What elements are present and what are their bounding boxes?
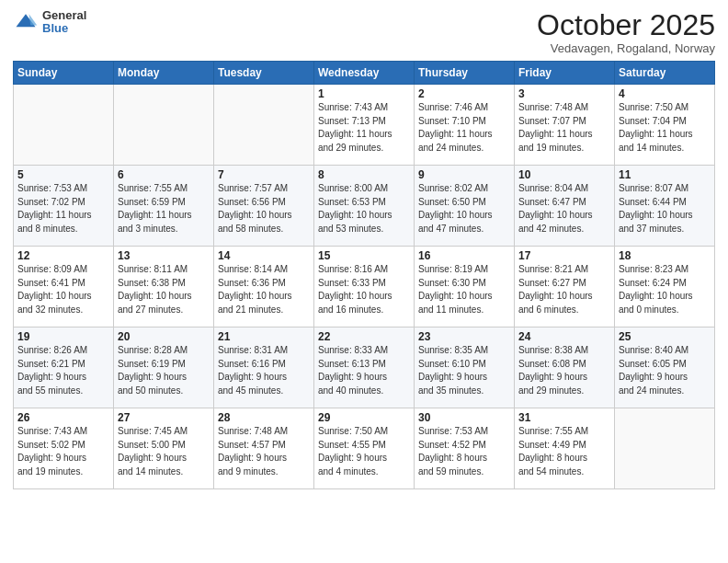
month-title: October 2025	[537, 9, 715, 41]
day-cell: 19Sunrise: 8:26 AM Sunset: 6:21 PM Dayli…	[14, 327, 114, 408]
day-number: 19	[17, 330, 109, 343]
day-number: 3	[518, 87, 610, 100]
day-number: 12	[17, 249, 109, 262]
day-cell: 11Sunrise: 8:07 AM Sunset: 6:44 PM Dayli…	[615, 166, 715, 247]
day-info: Sunrise: 7:43 AM Sunset: 5:02 PM Dayligh…	[17, 425, 109, 478]
day-cell	[615, 408, 715, 489]
day-info: Sunrise: 7:53 AM Sunset: 7:02 PM Dayligh…	[17, 182, 109, 236]
day-info: Sunrise: 8:26 AM Sunset: 6:21 PM Dayligh…	[17, 344, 109, 397]
col-header-monday: Monday	[114, 62, 214, 85]
day-number: 18	[619, 249, 711, 262]
day-number: 6	[118, 168, 210, 181]
day-info: Sunrise: 7:57 AM Sunset: 6:56 PM Dayligh…	[218, 182, 310, 236]
day-number: 1	[318, 87, 410, 100]
day-number: 26	[17, 411, 109, 424]
day-cell	[114, 85, 214, 166]
day-cell: 1Sunrise: 7:43 AM Sunset: 7:13 PM Daylig…	[314, 85, 415, 166]
week-row-2: 5Sunrise: 7:53 AM Sunset: 7:02 PM Daylig…	[14, 166, 715, 247]
day-info: Sunrise: 7:53 AM Sunset: 4:52 PM Dayligh…	[418, 425, 510, 478]
day-number: 2	[418, 87, 510, 100]
day-info: Sunrise: 8:14 AM Sunset: 6:36 PM Dayligh…	[218, 263, 310, 316]
col-header-thursday: Thursday	[415, 62, 515, 85]
day-info: Sunrise: 8:38 AM Sunset: 6:08 PM Dayligh…	[518, 344, 610, 397]
day-info: Sunrise: 7:55 AM Sunset: 6:59 PM Dayligh…	[118, 182, 210, 236]
week-row-5: 26Sunrise: 7:43 AM Sunset: 5:02 PM Dayli…	[14, 408, 715, 489]
day-number: 31	[518, 411, 610, 424]
day-info: Sunrise: 7:50 AM Sunset: 7:04 PM Dayligh…	[619, 101, 711, 155]
day-cell	[14, 85, 114, 166]
day-number: 7	[218, 168, 310, 181]
day-number: 14	[218, 249, 310, 262]
logo-general: General	[42, 9, 86, 22]
day-info: Sunrise: 7:50 AM Sunset: 4:55 PM Dayligh…	[318, 425, 410, 478]
day-cell: 7Sunrise: 7:57 AM Sunset: 6:56 PM Daylig…	[214, 166, 314, 247]
day-cell: 25Sunrise: 8:40 AM Sunset: 6:05 PM Dayli…	[615, 327, 715, 408]
day-cell: 28Sunrise: 7:48 AM Sunset: 4:57 PM Dayli…	[214, 408, 314, 489]
day-cell: 23Sunrise: 8:35 AM Sunset: 6:10 PM Dayli…	[415, 327, 515, 408]
col-header-friday: Friday	[515, 62, 615, 85]
logo-icon	[13, 9, 39, 35]
logo-text: General Blue	[42, 9, 86, 36]
logo: General Blue	[13, 9, 86, 36]
title-section: October 2025 Vedavagen, Rogaland, Norway	[537, 9, 715, 55]
day-cell: 16Sunrise: 8:19 AM Sunset: 6:30 PM Dayli…	[415, 247, 515, 327]
day-info: Sunrise: 8:19 AM Sunset: 6:30 PM Dayligh…	[418, 263, 510, 316]
day-cell: 15Sunrise: 8:16 AM Sunset: 6:33 PM Dayli…	[314, 247, 415, 327]
day-cell: 24Sunrise: 8:38 AM Sunset: 6:08 PM Dayli…	[515, 327, 615, 408]
day-info: Sunrise: 7:48 AM Sunset: 4:57 PM Dayligh…	[218, 425, 310, 478]
day-cell: 18Sunrise: 8:23 AM Sunset: 6:24 PM Dayli…	[615, 247, 715, 327]
day-number: 13	[118, 249, 210, 262]
day-info: Sunrise: 8:33 AM Sunset: 6:13 PM Dayligh…	[318, 344, 410, 397]
day-number: 20	[118, 330, 210, 343]
calendar-page: General Blue October 2025 Vedavagen, Rog…	[0, 0, 728, 563]
day-number: 16	[418, 249, 510, 262]
col-header-tuesday: Tuesday	[214, 62, 314, 85]
day-number: 29	[318, 411, 410, 424]
day-info: Sunrise: 8:35 AM Sunset: 6:10 PM Dayligh…	[418, 344, 510, 397]
day-info: Sunrise: 8:09 AM Sunset: 6:41 PM Dayligh…	[17, 263, 109, 316]
day-cell: 22Sunrise: 8:33 AM Sunset: 6:13 PM Dayli…	[314, 327, 415, 408]
day-cell: 12Sunrise: 8:09 AM Sunset: 6:41 PM Dayli…	[14, 247, 114, 327]
day-number: 15	[318, 249, 410, 262]
day-cell: 29Sunrise: 7:50 AM Sunset: 4:55 PM Dayli…	[314, 408, 415, 489]
logo-blue: Blue	[42, 22, 86, 35]
day-cell: 30Sunrise: 7:53 AM Sunset: 4:52 PM Dayli…	[415, 408, 515, 489]
day-cell: 14Sunrise: 8:14 AM Sunset: 6:36 PM Dayli…	[214, 247, 314, 327]
day-info: Sunrise: 8:23 AM Sunset: 6:24 PM Dayligh…	[619, 263, 711, 316]
day-cell: 6Sunrise: 7:55 AM Sunset: 6:59 PM Daylig…	[114, 166, 214, 247]
day-number: 23	[418, 330, 510, 343]
col-header-sunday: Sunday	[14, 62, 114, 85]
day-cell: 3Sunrise: 7:48 AM Sunset: 7:07 PM Daylig…	[515, 85, 615, 166]
week-row-1: 1Sunrise: 7:43 AM Sunset: 7:13 PM Daylig…	[14, 85, 715, 166]
header: General Blue October 2025 Vedavagen, Rog…	[13, 9, 715, 55]
week-row-4: 19Sunrise: 8:26 AM Sunset: 6:21 PM Dayli…	[14, 327, 715, 408]
day-cell: 27Sunrise: 7:45 AM Sunset: 5:00 PM Dayli…	[114, 408, 214, 489]
day-info: Sunrise: 8:00 AM Sunset: 6:53 PM Dayligh…	[318, 182, 410, 236]
day-number: 4	[619, 87, 711, 100]
day-number: 30	[418, 411, 510, 424]
day-info: Sunrise: 8:02 AM Sunset: 6:50 PM Dayligh…	[418, 182, 510, 236]
day-number: 24	[518, 330, 610, 343]
calendar-table: SundayMondayTuesdayWednesdayThursdayFrid…	[13, 61, 715, 489]
day-cell: 13Sunrise: 8:11 AM Sunset: 6:38 PM Dayli…	[114, 247, 214, 327]
day-cell: 17Sunrise: 8:21 AM Sunset: 6:27 PM Dayli…	[515, 247, 615, 327]
day-cell	[214, 85, 314, 166]
day-number: 22	[318, 330, 410, 343]
day-info: Sunrise: 8:11 AM Sunset: 6:38 PM Dayligh…	[118, 263, 210, 316]
day-info: Sunrise: 7:45 AM Sunset: 5:00 PM Dayligh…	[118, 425, 210, 478]
day-number: 11	[619, 168, 711, 181]
day-info: Sunrise: 8:28 AM Sunset: 6:19 PM Dayligh…	[118, 344, 210, 397]
day-cell: 31Sunrise: 7:55 AM Sunset: 4:49 PM Dayli…	[515, 408, 615, 489]
day-info: Sunrise: 7:55 AM Sunset: 4:49 PM Dayligh…	[518, 425, 610, 478]
week-row-3: 12Sunrise: 8:09 AM Sunset: 6:41 PM Dayli…	[14, 247, 715, 327]
day-cell: 26Sunrise: 7:43 AM Sunset: 5:02 PM Dayli…	[14, 408, 114, 489]
day-info: Sunrise: 7:43 AM Sunset: 7:13 PM Dayligh…	[318, 101, 410, 155]
day-info: Sunrise: 8:31 AM Sunset: 6:16 PM Dayligh…	[218, 344, 310, 397]
day-number: 21	[218, 330, 310, 343]
day-cell: 9Sunrise: 8:02 AM Sunset: 6:50 PM Daylig…	[415, 166, 515, 247]
day-number: 25	[619, 330, 711, 343]
day-number: 10	[518, 168, 610, 181]
day-cell: 20Sunrise: 8:28 AM Sunset: 6:19 PM Dayli…	[114, 327, 214, 408]
day-info: Sunrise: 8:04 AM Sunset: 6:47 PM Dayligh…	[518, 182, 610, 236]
day-cell: 10Sunrise: 8:04 AM Sunset: 6:47 PM Dayli…	[515, 166, 615, 247]
